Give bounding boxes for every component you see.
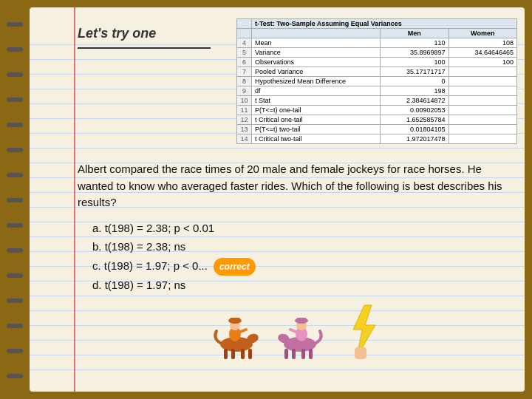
correct-badge: correct <box>214 258 256 276</box>
row-number: 6 <box>237 58 252 67</box>
svg-rect-13 <box>284 349 288 359</box>
spiral-ring <box>7 299 23 303</box>
orange-jockey-figure <box>205 301 265 361</box>
option-letter: c. <box>92 259 104 272</box>
content-area: Let's try one t-Test: Two-Sample Assumin… <box>78 18 510 381</box>
row-number: 10 <box>237 96 252 106</box>
bottom-images <box>78 301 510 361</box>
table-row: 7Pooled Variance35.17171717 <box>237 67 517 77</box>
table-row: 4Mean110108 <box>237 38 517 48</box>
row-label: t Critical two-tail <box>252 134 381 144</box>
row-label: P(T<=t) two-tail <box>252 125 381 134</box>
table-row: 10t Stat2.384614872 <box>237 96 517 106</box>
pink-jockey-figure <box>272 301 331 361</box>
notebook-page: Let's try one t-Test: Two-Sample Assumin… <box>30 7 525 392</box>
row-number: 14 <box>237 134 252 144</box>
row-men-value: 35.17171717 <box>381 67 449 77</box>
row-women-value <box>449 96 516 106</box>
row-men-value: 2.384614872 <box>381 96 449 106</box>
row-label: Hypothesized Mean Difference <box>252 77 381 86</box>
row-women-value <box>449 106 516 115</box>
row-label: t Stat <box>252 96 381 106</box>
option-b: b. t(198) = 2.38; ns <box>92 237 510 256</box>
row-number: 9 <box>237 86 252 96</box>
row-number: 5 <box>237 48 252 58</box>
row-men-value: 1.972017478 <box>381 134 449 144</box>
row-women-value <box>449 134 516 144</box>
option-text: t(198) = 1.97; p < 0... <box>104 259 208 272</box>
row-men-value: 0.01804105 <box>381 125 449 134</box>
svg-rect-23 <box>355 347 366 359</box>
row-women-value <box>449 86 516 96</box>
row-number: 8 <box>237 77 252 86</box>
svg-rect-20 <box>296 318 307 321</box>
spiral-ring <box>7 148 23 152</box>
svg-rect-3 <box>231 349 235 359</box>
table-corner <box>237 19 252 29</box>
stats-table: t-Test: Two-Sample Assuming Equal Varian… <box>236 18 517 144</box>
row-men-value: 110 <box>381 38 449 48</box>
row-number: 4 <box>237 38 252 48</box>
table-row: 8Hypothesized Mean Difference0 <box>237 77 517 86</box>
row-women-value <box>449 125 516 134</box>
svg-rect-14 <box>292 349 296 359</box>
table-row: 5Variance35.896989734.64646465 <box>237 48 517 58</box>
orange-jockey-svg <box>205 301 265 361</box>
row-label: Mean <box>252 38 381 48</box>
col-women: Women <box>449 29 516 38</box>
spiral-ring <box>7 198 23 202</box>
col-label <box>252 29 381 38</box>
svg-rect-5 <box>248 349 252 359</box>
row-women-value: 34.64646465 <box>449 48 516 58</box>
row-label: P(T<=t) one-tail <box>252 106 381 115</box>
lightning-svg <box>338 301 383 361</box>
table-row: 14t Critical two-tail1.972017478 <box>237 134 517 144</box>
svg-rect-15 <box>301 349 305 359</box>
table-row: 12t Critical one-tail1.652585784 <box>237 115 517 125</box>
row-number: 13 <box>237 125 252 134</box>
row-men-value: 1.652585784 <box>381 115 449 125</box>
col-num <box>237 29 252 38</box>
col-men: Men <box>381 29 449 38</box>
option-letter: a. <box>92 222 105 234</box>
page-title: Let's try one <box>78 26 225 41</box>
paragraph-text: Albert compared the race times of 20 mal… <box>78 161 510 211</box>
table-row: 13P(T<=t) two-tail0.01804105 <box>237 125 517 134</box>
spiral-ring <box>7 223 23 228</box>
row-women-value <box>449 77 516 86</box>
spiral-ring <box>7 173 23 177</box>
option-text: t(198) = 2.38; ns <box>105 240 186 253</box>
spiral-ring <box>7 22 23 27</box>
row-men-value: 100 <box>381 58 449 67</box>
row-label: t Critical one-tail <box>252 115 381 125</box>
row-men-value: 0 <box>381 77 449 86</box>
stats-table-container: t-Test: Two-Sample Assuming Equal Varian… <box>236 18 517 144</box>
row-label: Observations <box>252 58 381 67</box>
row-women-value <box>449 67 516 77</box>
spiral-ring <box>7 123 23 127</box>
option-letter: b. <box>92 240 105 253</box>
margin-line <box>74 7 75 392</box>
row-number: 12 <box>237 115 252 125</box>
lightning-figure <box>338 301 383 361</box>
spiral-ring <box>7 47 23 52</box>
table-row: 11P(T<=t) one-tail0.00902053 <box>237 106 517 115</box>
option-letter: d. <box>92 279 105 291</box>
svg-rect-4 <box>241 349 245 359</box>
row-women-value <box>449 115 516 125</box>
row-number: 7 <box>237 67 252 77</box>
row-label: Pooled Variance <box>252 67 381 77</box>
table-row: 9df198 <box>237 86 517 96</box>
row-number: 11 <box>237 106 252 115</box>
row-women-value: 100 <box>449 58 516 67</box>
svg-rect-9 <box>230 318 240 321</box>
option-a: a. t(198) = 2.38; p < 0.01 <box>92 219 510 238</box>
row-label: df <box>252 86 381 96</box>
row-men-value: 0.00902053 <box>381 106 449 115</box>
table-title: t-Test: Two-Sample Assuming Equal Varian… <box>252 19 517 29</box>
pink-jockey-svg <box>272 301 331 361</box>
spiral-ring <box>7 349 23 353</box>
row-men-value: 35.8969897 <box>381 48 449 58</box>
main-text-area: Albert compared the race times of 20 mal… <box>78 161 510 294</box>
option-text: t(198) = 1.97; ns <box>105 279 186 291</box>
